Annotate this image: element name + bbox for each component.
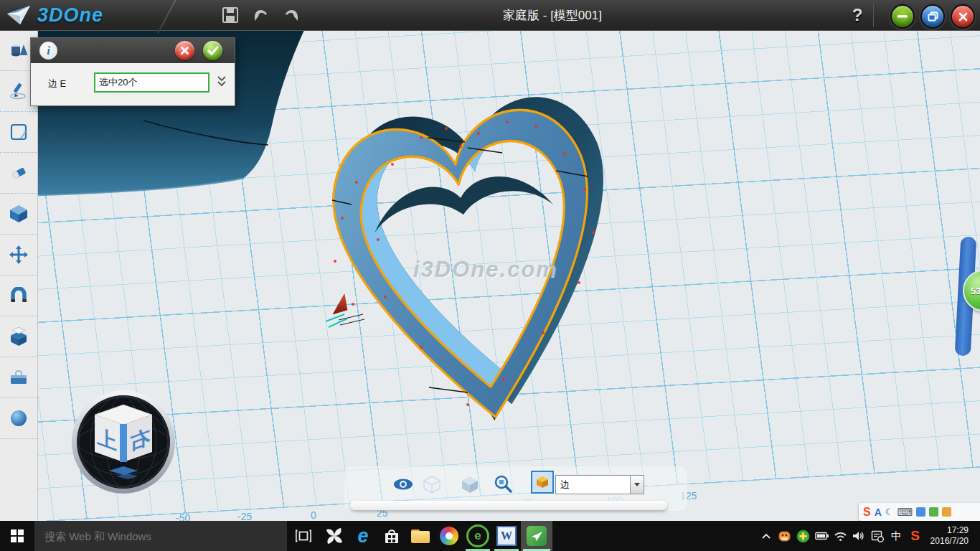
sogou-logo[interactable]: S bbox=[863, 506, 871, 519]
taskbar-app-360browser[interactable] bbox=[435, 521, 463, 551]
wangwang-icon bbox=[778, 529, 791, 543]
taskbar-app-3done[interactable] bbox=[521, 521, 552, 551]
title-bar: 3DOne 家庭版 - [模型001] ? bbox=[0, 0, 980, 31]
sidebar-item-eraser[interactable] bbox=[0, 153, 37, 194]
zoom-magnifier-button[interactable] bbox=[491, 474, 514, 495]
tray-chevron-up[interactable] bbox=[758, 521, 774, 551]
edge-selection-input[interactable] bbox=[94, 72, 209, 93]
chevron-up-icon bbox=[760, 532, 772, 540]
search-input[interactable] bbox=[34, 529, 275, 543]
sidebar-item-sketch-rect[interactable] bbox=[0, 112, 37, 153]
folder-icon bbox=[411, 529, 430, 543]
tray-clock[interactable]: 17:29 2016/7/20 bbox=[926, 525, 974, 547]
tray-antivirus[interactable] bbox=[796, 521, 811, 551]
tray-battery[interactable] bbox=[814, 521, 830, 551]
redo-button[interactable] bbox=[280, 5, 301, 25]
tray-ime-mode[interactable]: 中 bbox=[889, 521, 905, 551]
battery-icon bbox=[815, 531, 829, 541]
dialog-header[interactable]: i bbox=[31, 38, 235, 63]
rainbow-ball-icon bbox=[440, 527, 458, 545]
solid-cube-button[interactable] bbox=[458, 474, 481, 495]
display-mode-button[interactable] bbox=[531, 471, 554, 494]
restore-icon bbox=[928, 11, 938, 22]
sidebar-item-magnet[interactable] bbox=[0, 276, 37, 316]
restore-button[interactable] bbox=[920, 4, 945, 29]
tray-pen-input[interactable] bbox=[870, 521, 886, 551]
dialog-cancel-button[interactable] bbox=[175, 41, 194, 60]
wifi-icon bbox=[834, 531, 847, 542]
sphere-icon bbox=[10, 410, 27, 427]
tray-wangwang[interactable] bbox=[777, 521, 793, 551]
tray-volume[interactable] bbox=[852, 521, 867, 551]
magnet-icon bbox=[9, 287, 28, 304]
dropdown-value: 边 bbox=[556, 479, 630, 491]
selection-filter-dropdown[interactable]: 边 bbox=[555, 475, 644, 494]
taskbar-app-store[interactable] bbox=[377, 521, 406, 551]
axis-label: 0 bbox=[311, 509, 316, 521]
caret-down-icon bbox=[634, 483, 640, 486]
minimize-button[interactable] bbox=[890, 4, 915, 29]
close-button[interactable] bbox=[951, 4, 975, 29]
taskbar-search[interactable] bbox=[34, 521, 287, 551]
dialog-body: 边 E bbox=[31, 63, 235, 105]
sogou-lang-toggle[interactable]: A bbox=[875, 507, 882, 518]
sidebar-item-material-sphere[interactable] bbox=[0, 398, 37, 439]
axis-label: -25 bbox=[237, 511, 252, 521]
axis-triad-marker bbox=[323, 290, 366, 333]
sogou-keyboard-icon[interactable]: ⌨ bbox=[897, 506, 913, 519]
windows-logo-icon bbox=[11, 529, 24, 542]
sidebar-item-combine[interactable] bbox=[0, 316, 37, 357]
cube-with-sheet-icon bbox=[9, 327, 28, 346]
sogou-toolbox[interactable] bbox=[942, 507, 951, 517]
green-e-icon: e bbox=[466, 524, 489, 547]
system-tray: 中 S 17:29 2016/7/20 bbox=[758, 521, 980, 551]
pinwheel-icon bbox=[325, 527, 344, 545]
dropdown-arrow-button[interactable] bbox=[630, 476, 644, 494]
save-button[interactable] bbox=[220, 5, 241, 25]
taskbar-app-edge[interactable]: e bbox=[349, 521, 377, 551]
sogou-tool-blue[interactable] bbox=[916, 507, 925, 517]
app-name: 3DOne bbox=[37, 4, 103, 27]
horizontal-scrollbar[interactable] bbox=[350, 501, 667, 510]
expand-chevrons-button[interactable] bbox=[216, 75, 227, 89]
word-icon: W bbox=[496, 526, 517, 546]
wireframe-cube-button[interactable] bbox=[420, 474, 443, 495]
threedone-plane-icon bbox=[527, 526, 547, 546]
move-arrows-icon bbox=[9, 245, 28, 264]
toolbox-icon bbox=[9, 369, 28, 385]
taskbar-app-word[interactable]: W bbox=[492, 521, 521, 551]
taskbar-app-explorer[interactable] bbox=[406, 521, 435, 551]
sidebar-item-feature-cube[interactable] bbox=[0, 194, 37, 235]
navigation-cube[interactable]: 上 右 bbox=[70, 389, 176, 495]
tray-wifi[interactable] bbox=[833, 521, 849, 551]
titlebar-separator bbox=[873, 3, 874, 27]
store-bag-icon bbox=[383, 527, 400, 545]
speaker-icon bbox=[852, 530, 866, 542]
confirm-check-icon bbox=[207, 46, 219, 55]
sogou-input-bar: S A ☾ ⌨ bbox=[859, 503, 980, 521]
sidebar-item-move-transform[interactable] bbox=[0, 235, 37, 276]
sidebar-item-toolbox[interactable] bbox=[0, 357, 37, 398]
tray-sogou[interactable]: S bbox=[908, 521, 923, 551]
tray-time: 17:29 bbox=[930, 525, 969, 536]
dialog-confirm-button[interactable] bbox=[203, 41, 222, 60]
sogou-moon-icon[interactable]: ☾ bbox=[885, 507, 894, 517]
visibility-eye-button[interactable] bbox=[392, 474, 415, 495]
undo-button[interactable] bbox=[251, 5, 273, 25]
taskbar-app-pinwheel[interactable] bbox=[320, 521, 349, 551]
minus-icon bbox=[897, 15, 908, 18]
navcube-front-edge[interactable] bbox=[120, 424, 127, 462]
task-view-icon bbox=[296, 529, 311, 542]
taskbar-app-green-browser[interactable]: e bbox=[463, 521, 492, 551]
help-button[interactable]: ? bbox=[845, 3, 870, 27]
pencil-sketch-icon bbox=[9, 83, 28, 100]
info-icon: i bbox=[39, 42, 57, 60]
close-icon bbox=[958, 12, 968, 22]
windows-taskbar: e e W bbox=[0, 521, 980, 551]
window-title: 家庭版 - [模型001] bbox=[402, 0, 703, 30]
sogou-tool-green[interactable] bbox=[929, 507, 938, 517]
app-logo: 3DOne bbox=[6, 2, 103, 28]
start-button[interactable] bbox=[0, 521, 34, 551]
cancel-x-icon bbox=[180, 46, 189, 55]
task-view-button[interactable] bbox=[287, 521, 320, 551]
